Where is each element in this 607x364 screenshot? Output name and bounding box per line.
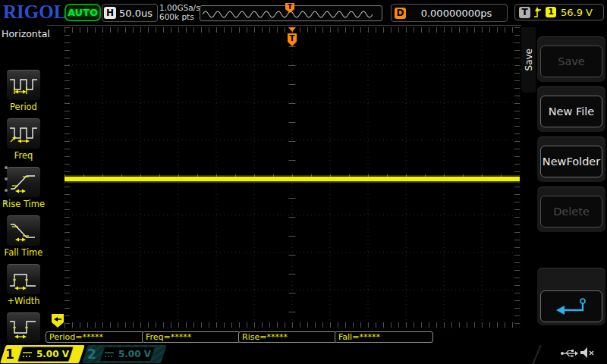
sidebar-item-label: Fall Time xyxy=(0,247,47,258)
waveform-memory-preview: T xyxy=(200,5,382,21)
minus-width-button[interactable] xyxy=(6,312,41,344)
save-menu: Save Save New File NewFolder Delete xyxy=(521,25,607,337)
acquisition-info: 1.00GSa/s 600k pts xyxy=(159,3,200,21)
sidebar-item-label: Period xyxy=(0,102,47,112)
channel-1-scale: 5.00 V xyxy=(36,349,69,359)
trigger-position-marker-icon[interactable]: T xyxy=(288,27,297,46)
ch1-offset-marker-icon[interactable] xyxy=(52,314,64,328)
sidebar-item-plus-width: +Width xyxy=(0,263,47,306)
sidebar-item-label: +Width xyxy=(0,296,47,306)
dc-coupling-icon xyxy=(22,351,33,358)
oscilloscope-screen: { "top_bar": { "logo": "RIGOL", "run_sta… xyxy=(0,0,607,364)
plus-width-button[interactable] xyxy=(6,263,41,295)
sidebar-item-fall-time: Fall Time xyxy=(0,215,47,258)
delete-button[interactable]: Delete xyxy=(540,196,602,228)
trigger-source-badge: 1 xyxy=(546,7,556,17)
graticule: T xyxy=(47,25,521,331)
period-icon xyxy=(8,74,39,96)
channel-2-scale: 5.00 V xyxy=(118,349,151,359)
speaker-muted-icon xyxy=(579,346,595,359)
horizontal-scale-box: H 50.0us xyxy=(102,4,158,22)
new-file-button[interactable]: New File xyxy=(540,96,602,127)
save-button[interactable]: Save xyxy=(540,46,602,77)
channel-1-number: 1 xyxy=(5,347,14,362)
measurement-period: Period=***** xyxy=(46,331,144,343)
measurement-freq: Freq=***** xyxy=(142,331,241,343)
channel-2-panel: 5.00 V xyxy=(99,347,156,362)
freq-button[interactable] xyxy=(6,118,41,149)
channel-status-bar: 1 5.00 V 2 5. xyxy=(0,344,607,364)
measure-menu-title: Horizontal xyxy=(0,25,47,39)
svg-text:T: T xyxy=(290,34,295,42)
sidebar-item-freq: Freq xyxy=(0,118,47,161)
measurement-fall: Fall=***** xyxy=(335,331,433,343)
bottom-bar-divider xyxy=(531,345,541,364)
rise-time-icon xyxy=(8,171,39,193)
trigger-label: T xyxy=(519,7,530,18)
menu-tab-save: Save xyxy=(521,27,536,93)
trigger-level-value: 56.9 V xyxy=(561,7,593,18)
menu-slot: NewFolder xyxy=(537,136,605,182)
channel-2-status[interactable]: 2 5.00 V xyxy=(82,345,161,363)
rise-time-button[interactable] xyxy=(6,166,41,198)
plus-width-icon xyxy=(8,268,39,290)
menu-slot: Save xyxy=(537,36,605,82)
sample-rate: 1.00GSa/s xyxy=(159,3,200,12)
channel-1-status[interactable]: 1 5.00 V xyxy=(0,345,79,363)
trigger-info-box: T 1 56.9 V xyxy=(514,4,604,20)
menu-tab-label: Save xyxy=(524,49,534,71)
rising-edge-icon xyxy=(533,7,543,18)
menu-scroll-dot xyxy=(5,200,8,203)
channel-2-number: 2 xyxy=(87,347,96,362)
trigger-delay-box: D 0.00000000ps xyxy=(391,4,508,22)
return-arrow-icon xyxy=(553,297,590,316)
horizontal-scale-value: 50.0us xyxy=(119,8,153,19)
measure-sidebar: Horizontal Period xyxy=(0,25,47,364)
menu-scroll-dot xyxy=(5,177,8,180)
run-status-badge: AUTO xyxy=(64,4,101,21)
menu-slot: New File xyxy=(537,86,605,132)
top-status-bar: RIGOL AUTO H 50.0us 1.00GSa/s 600k pts T… xyxy=(0,0,607,26)
sidebar-item-period: Period xyxy=(0,69,47,112)
horizontal-label: H xyxy=(104,7,116,19)
menu-scroll-dot xyxy=(5,189,8,192)
minus-width-icon xyxy=(8,316,39,339)
measurement-rise: Rise=***** xyxy=(238,331,337,343)
freq-icon xyxy=(8,122,39,145)
rigol-logo: RIGOL xyxy=(3,2,66,23)
enter-button[interactable] xyxy=(540,290,602,322)
delay-value: 0.00000000ps xyxy=(406,8,507,19)
menu-scroll-dot xyxy=(5,166,8,169)
menu-slot xyxy=(537,268,605,325)
fall-time-button[interactable] xyxy=(6,215,41,246)
sidebar-item-label: Freq xyxy=(0,150,47,161)
new-folder-button[interactable]: NewFolder xyxy=(540,146,602,177)
menu-slot: Delete xyxy=(537,187,605,232)
dc-coupling-icon xyxy=(104,351,115,358)
usb-icon xyxy=(560,348,578,359)
memory-depth: 600k pts xyxy=(159,12,200,21)
fall-time-icon xyxy=(8,219,39,242)
period-button[interactable] xyxy=(6,69,41,101)
delay-label: D xyxy=(395,8,406,19)
channel-1-panel: 5.00 V xyxy=(17,347,74,362)
